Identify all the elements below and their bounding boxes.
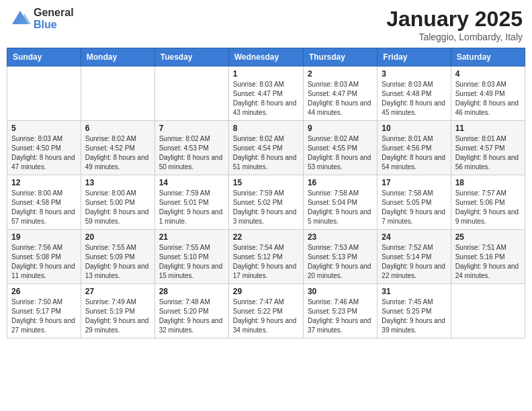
calendar-day-cell: 21Sunrise: 7:55 AM Sunset: 5:10 PM Dayli…	[154, 230, 228, 284]
day-number: 23	[308, 232, 373, 242]
day-detail: Sunrise: 7:58 AM Sunset: 5:05 PM Dayligh…	[382, 189, 446, 226]
calendar-day-cell: 4Sunrise: 8:03 AM Sunset: 4:49 PM Daylig…	[451, 66, 525, 121]
calendar-day-cell: 5Sunrise: 8:03 AM Sunset: 4:50 PM Daylig…	[7, 121, 81, 175]
day-number: 11	[455, 124, 521, 133]
day-number: 28	[159, 287, 224, 296]
day-detail: Sunrise: 7:51 AM Sunset: 5:16 PM Dayligh…	[455, 243, 521, 281]
day-number: 16	[308, 178, 373, 187]
day-detail: Sunrise: 8:02 AM Sunset: 4:55 PM Dayligh…	[308, 134, 373, 172]
calendar-week-row: 26Sunrise: 7:50 AM Sunset: 5:17 PM Dayli…	[7, 284, 525, 338]
day-number: 3	[382, 69, 446, 79]
day-number: 14	[159, 178, 224, 187]
day-number: 18	[455, 178, 521, 187]
day-detail: Sunrise: 7:55 AM Sunset: 5:10 PM Dayligh…	[159, 243, 224, 281]
day-detail: Sunrise: 8:03 AM Sunset: 4:50 PM Dayligh…	[11, 134, 77, 172]
calendar-day-cell: 1Sunrise: 8:03 AM Sunset: 4:47 PM Daylig…	[228, 66, 303, 121]
calendar-day-cell: 30Sunrise: 7:46 AM Sunset: 5:23 PM Dayli…	[303, 284, 377, 338]
day-number: 30	[308, 287, 373, 296]
calendar-day-cell: 13Sunrise: 8:00 AM Sunset: 5:00 PM Dayli…	[81, 175, 154, 230]
weekday-header: Friday	[378, 48, 451, 66]
calendar-day-cell	[7, 66, 81, 121]
day-detail: Sunrise: 7:45 AM Sunset: 5:25 PM Dayligh…	[382, 298, 446, 335]
day-number: 13	[85, 178, 150, 187]
day-number: 29	[233, 287, 299, 296]
page-header: General Blue January 2025 Taleggio, Lomb…	[7, 7, 525, 42]
calendar-week-row: 12Sunrise: 8:00 AM Sunset: 4:58 PM Dayli…	[7, 175, 525, 230]
day-number: 22	[233, 232, 299, 242]
weekday-header: Sunday	[7, 48, 81, 66]
day-detail: Sunrise: 7:48 AM Sunset: 5:20 PM Dayligh…	[159, 298, 224, 335]
calendar-day-cell: 22Sunrise: 7:54 AM Sunset: 5:12 PM Dayli…	[228, 230, 303, 284]
day-number: 15	[233, 178, 299, 187]
calendar-day-cell: 10Sunrise: 8:01 AM Sunset: 4:56 PM Dayli…	[378, 121, 451, 175]
day-detail: Sunrise: 8:02 AM Sunset: 4:54 PM Dayligh…	[233, 134, 299, 172]
day-detail: Sunrise: 7:56 AM Sunset: 5:08 PM Dayligh…	[11, 243, 77, 281]
logo-text: General Blue	[34, 7, 74, 30]
day-detail: Sunrise: 7:55 AM Sunset: 5:09 PM Dayligh…	[85, 243, 150, 281]
day-number: 26	[11, 287, 77, 296]
calendar-day-cell: 27Sunrise: 7:49 AM Sunset: 5:19 PM Dayli…	[81, 284, 154, 338]
day-number: 24	[382, 232, 446, 242]
day-number: 6	[85, 124, 150, 133]
day-number: 12	[11, 178, 77, 187]
day-detail: Sunrise: 8:02 AM Sunset: 4:53 PM Dayligh…	[159, 134, 224, 172]
calendar-day-cell: 28Sunrise: 7:48 AM Sunset: 5:20 PM Dayli…	[154, 284, 228, 338]
calendar-week-row: 19Sunrise: 7:56 AM Sunset: 5:08 PM Dayli…	[7, 230, 525, 284]
calendar-day-cell: 31Sunrise: 7:45 AM Sunset: 5:25 PM Dayli…	[378, 284, 451, 338]
day-detail: Sunrise: 7:57 AM Sunset: 5:06 PM Dayligh…	[455, 189, 521, 226]
calendar-day-cell: 19Sunrise: 7:56 AM Sunset: 5:08 PM Dayli…	[7, 230, 81, 284]
day-detail: Sunrise: 8:03 AM Sunset: 4:47 PM Dayligh…	[308, 80, 373, 118]
day-detail: Sunrise: 7:54 AM Sunset: 5:12 PM Dayligh…	[233, 243, 299, 281]
calendar-week-row: 5Sunrise: 8:03 AM Sunset: 4:50 PM Daylig…	[7, 121, 525, 175]
weekday-header: Thursday	[303, 48, 377, 66]
day-detail: Sunrise: 7:52 AM Sunset: 5:14 PM Dayligh…	[382, 243, 446, 281]
calendar-week-row: 1Sunrise: 8:03 AM Sunset: 4:47 PM Daylig…	[7, 66, 525, 121]
calendar-header-row: SundayMondayTuesdayWednesdayThursdayFrid…	[7, 48, 525, 66]
weekday-header: Monday	[81, 48, 154, 66]
day-detail: Sunrise: 7:59 AM Sunset: 5:02 PM Dayligh…	[233, 189, 299, 226]
day-number: 1	[233, 69, 299, 79]
day-detail: Sunrise: 7:53 AM Sunset: 5:13 PM Dayligh…	[308, 243, 373, 281]
day-number: 20	[85, 232, 150, 242]
day-number: 8	[233, 124, 299, 133]
weekday-header: Wednesday	[228, 48, 303, 66]
calendar-table: SundayMondayTuesdayWednesdayThursdayFrid…	[7, 48, 525, 338]
day-detail: Sunrise: 7:58 AM Sunset: 5:04 PM Dayligh…	[308, 189, 373, 226]
weekday-header: Tuesday	[154, 48, 228, 66]
title-block: January 2025 Taleggio, Lombardy, Italy	[386, 7, 523, 42]
calendar-day-cell: 23Sunrise: 7:53 AM Sunset: 5:13 PM Dayli…	[303, 230, 377, 284]
calendar-day-cell: 24Sunrise: 7:52 AM Sunset: 5:14 PM Dayli…	[378, 230, 451, 284]
logo-general-text: General	[34, 7, 74, 19]
day-number: 21	[159, 232, 224, 242]
calendar-day-cell: 3Sunrise: 8:03 AM Sunset: 4:48 PM Daylig…	[378, 66, 451, 121]
calendar-day-cell: 8Sunrise: 8:02 AM Sunset: 4:54 PM Daylig…	[228, 121, 303, 175]
calendar-day-cell: 26Sunrise: 7:50 AM Sunset: 5:17 PM Dayli…	[7, 284, 81, 338]
location-text: Taleggio, Lombardy, Italy	[386, 32, 523, 42]
day-number: 17	[382, 178, 446, 187]
day-detail: Sunrise: 8:03 AM Sunset: 4:47 PM Dayligh…	[233, 80, 299, 118]
calendar-day-cell: 11Sunrise: 8:01 AM Sunset: 4:57 PM Dayli…	[451, 121, 525, 175]
calendar-day-cell: 20Sunrise: 7:55 AM Sunset: 5:09 PM Dayli…	[81, 230, 154, 284]
calendar-day-cell: 18Sunrise: 7:57 AM Sunset: 5:06 PM Dayli…	[451, 175, 525, 230]
calendar-day-cell: 29Sunrise: 7:47 AM Sunset: 5:22 PM Dayli…	[228, 284, 303, 338]
calendar-day-cell	[451, 284, 525, 338]
day-number: 9	[308, 124, 373, 133]
weekday-header: Saturday	[451, 48, 525, 66]
day-detail: Sunrise: 8:01 AM Sunset: 4:57 PM Dayligh…	[455, 134, 521, 172]
day-detail: Sunrise: 8:00 AM Sunset: 5:00 PM Dayligh…	[85, 189, 150, 226]
day-number: 27	[85, 287, 150, 296]
calendar-day-cell: 25Sunrise: 7:51 AM Sunset: 5:16 PM Dayli…	[451, 230, 525, 284]
logo: General Blue	[9, 7, 74, 30]
calendar-day-cell: 16Sunrise: 7:58 AM Sunset: 5:04 PM Dayli…	[303, 175, 377, 230]
calendar-day-cell: 14Sunrise: 7:59 AM Sunset: 5:01 PM Dayli…	[154, 175, 228, 230]
calendar-day-cell: 7Sunrise: 8:02 AM Sunset: 4:53 PM Daylig…	[154, 121, 228, 175]
day-number: 19	[11, 232, 77, 242]
day-number: 4	[455, 69, 521, 79]
day-number: 25	[455, 232, 521, 242]
day-detail: Sunrise: 7:50 AM Sunset: 5:17 PM Dayligh…	[11, 298, 77, 335]
day-detail: Sunrise: 7:59 AM Sunset: 5:01 PM Dayligh…	[159, 189, 224, 226]
day-detail: Sunrise: 7:47 AM Sunset: 5:22 PM Dayligh…	[233, 298, 299, 335]
day-detail: Sunrise: 8:03 AM Sunset: 4:48 PM Dayligh…	[382, 80, 446, 118]
calendar-day-cell: 6Sunrise: 8:02 AM Sunset: 4:52 PM Daylig…	[81, 121, 154, 175]
day-number: 7	[159, 124, 224, 133]
